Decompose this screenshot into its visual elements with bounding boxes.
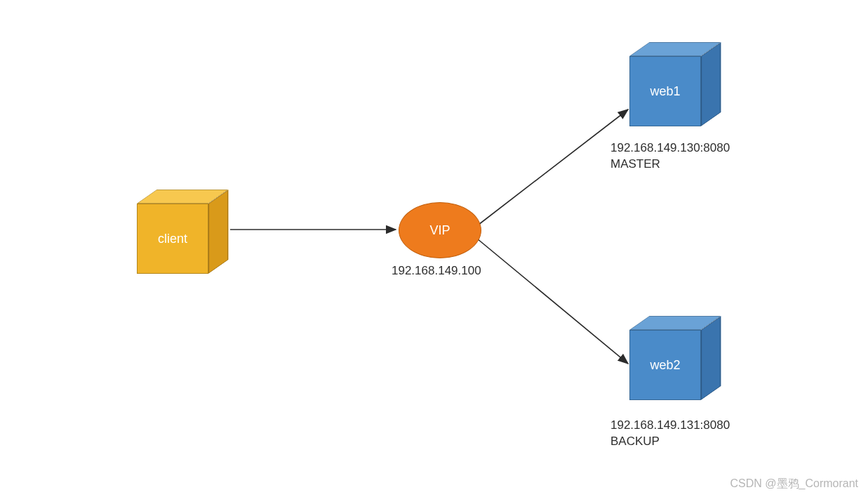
svg-line-2 — [479, 110, 628, 225]
diagram-canvas: client VIP 192.168.149.100 web1 192.168.… — [0, 0, 868, 497]
web1-sub: 192.168.149.130:8080 MASTER — [610, 140, 730, 173]
web1-label: web1 — [629, 56, 701, 126]
web1-node: web1 — [629, 42, 707, 119]
web2-node: web2 — [629, 316, 707, 393]
watermark: CSDN @墨鸦_Cormorant — [730, 477, 859, 491]
web2-sub: 192.168.149.131:8080 BACKUP — [610, 418, 730, 450]
vip-node: VIP — [399, 202, 481, 258]
vip-ip: 192.168.149.100 — [392, 263, 481, 279]
svg-line-3 — [477, 239, 628, 364]
client-node: client — [137, 190, 214, 267]
vip-label: VIP — [429, 223, 450, 238]
client-label: client — [137, 204, 208, 274]
web2-label: web2 — [629, 330, 701, 400]
